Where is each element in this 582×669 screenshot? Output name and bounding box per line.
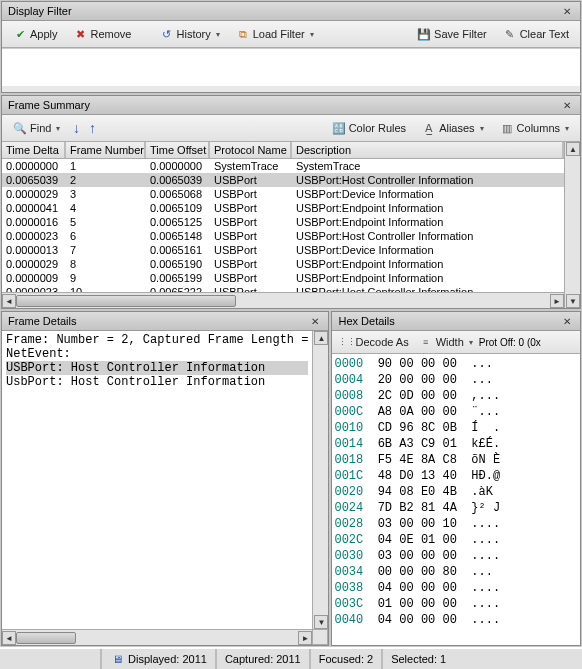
status-displayed: 🖥 Displayed: 2011 [100,649,215,669]
history-button[interactable]: ↺ History [153,24,227,44]
table-row[interactable]: 0.000004140.0065109USBPortUSBPort:Endpoi… [2,201,564,215]
clear-text-label: Clear Text [520,28,569,40]
col-time-delta[interactable]: Time Delta [2,142,66,158]
table-row[interactable]: 0.000002980.0065190USBPortUSBPort:Endpoi… [2,257,564,271]
load-filter-icon: ⧉ [236,27,250,41]
status-bar: 🖥 Displayed: 2011 Captured: 2011 Focused… [0,647,582,669]
grid-header: Time Delta Frame Number Time Offset Prot… [2,142,564,159]
scroll-right-icon[interactable]: ► [298,631,312,645]
hex-row[interactable]: 0018 F5 4E 8A C8 õN È [334,452,578,468]
hex-row[interactable]: 003C 01 00 00 00 .... [334,596,578,612]
hex-row[interactable]: 0040 04 00 00 00 .... [334,612,578,628]
captured-label: Captured: 2011 [225,653,301,665]
table-row[interactable]: 0.006503920.0065039USBPortUSBPort:Host C… [2,173,564,187]
scroll-up-icon[interactable]: ▲ [314,331,328,345]
arrow-down-icon[interactable]: ↓ [69,121,83,135]
prot-off-label: Prot Off: 0 (0x [479,337,541,348]
save-filter-label: Save Filter [434,28,487,40]
scroll-left-icon[interactable]: ◄ [2,631,16,645]
detail-line[interactable]: Frame: Number = 2, Captured Frame Length… [6,333,308,347]
find-label: Find [30,122,51,134]
col-time-offset[interactable]: Time Offset [146,142,210,158]
clear-text-button[interactable]: ✎ Clear Text [496,24,576,44]
table-row[interactable]: 0.000002360.0065148USBPortUSBPort:Host C… [2,229,564,243]
table-row[interactable]: 0.000001650.0065125USBPortUSBPort:Endpoi… [2,215,564,229]
hex-row[interactable]: 0034 00 00 00 80 ... [334,564,578,580]
apply-button[interactable]: ✔ Apply [6,24,65,44]
scroll-down-icon[interactable]: ▼ [314,615,328,629]
table-row[interactable]: 0.000002930.0065068USBPortUSBPort:Device… [2,187,564,201]
selected-label: Selected: 1 [391,653,446,665]
scroll-thumb[interactable] [16,632,76,644]
decode-as-label: Decode As [355,336,408,348]
frame-details-body[interactable]: Frame: Number = 2, Captured Frame Length… [2,331,312,629]
close-icon[interactable]: ✕ [308,314,322,328]
hex-row[interactable]: 0010 CD 96 8C 0B Í . [334,420,578,436]
hex-row[interactable]: 002C 04 0E 01 00 .... [334,532,578,548]
find-button[interactable]: 🔍 Find [6,118,67,138]
close-icon[interactable]: ✕ [560,314,574,328]
col-description[interactable]: Description [292,142,564,158]
columns-label: Columns [517,122,560,134]
scroll-corner [312,629,328,645]
hex-row[interactable]: 000C A8 0A 00 00 ¨... [334,404,578,420]
close-icon[interactable]: ✕ [560,98,574,112]
width-button[interactable]: ≡ Width [415,333,477,351]
frame-summary-header: Frame Summary ✕ [2,96,580,115]
col-frame-number[interactable]: Frame Number [66,142,146,158]
table-row[interactable]: 0.000000010.0000000SystemTraceSystemTrac… [2,159,564,173]
color-rules-button[interactable]: 🔠 Color Rules [325,118,413,138]
filter-textarea[interactable] [2,48,580,86]
hex-row[interactable]: 0004 20 00 00 00 ... [334,372,578,388]
hex-row[interactable]: 0020 94 08 E0 4B .àK [334,484,578,500]
summary-vscroll[interactable]: ▲ ▼ [564,142,580,308]
hex-row[interactable]: 0008 2C 0D 00 00 ,... [334,388,578,404]
scroll-up-icon[interactable]: ▲ [566,142,580,156]
status-focused: Focused: 2 [309,649,381,669]
display-filter-toolbar: ✔ Apply ✖ Remove ↺ History ⧉ Load Filter… [2,21,580,48]
save-filter-button[interactable]: 💾 Save Filter [410,24,494,44]
col-protocol-name[interactable]: Protocol Name [210,142,292,158]
status-captured: Captured: 2011 [215,649,309,669]
width-icon: ≡ [419,335,433,349]
arrow-up-icon[interactable]: ↑ [85,121,99,135]
close-icon[interactable]: ✕ [560,4,574,18]
columns-icon: ▥ [500,121,514,135]
status-selected: Selected: 1 [381,649,454,669]
details-vscroll[interactable]: ▲ ▼ [312,331,328,629]
hex-row[interactable]: 0030 03 00 00 00 .... [334,548,578,564]
color-icon: 🔠 [332,121,346,135]
scroll-down-icon[interactable]: ▼ [566,294,580,308]
focused-label: Focused: 2 [319,653,373,665]
scroll-left-icon[interactable]: ◄ [2,294,16,308]
hex-row[interactable]: 0024 7D B2 81 4A }² J [334,500,578,516]
frame-summary-title: Frame Summary [8,99,560,111]
aliases-button[interactable]: A̲ Aliases [415,118,490,138]
hex-row[interactable]: 0014 6B A3 C9 01 k£É. [334,436,578,452]
hex-row[interactable]: 0038 04 00 00 00 .... [334,580,578,596]
history-label: History [177,28,211,40]
display-filter-header: Display Filter ✕ [2,2,580,21]
remove-label: Remove [91,28,132,40]
width-label: Width [436,336,464,348]
summary-hscroll[interactable]: ◄ ► [2,292,564,308]
decode-as-button[interactable]: ⋮⋮ Decode As [334,333,412,351]
detail-line[interactable]: USBPort: Host Controller Information [6,361,308,375]
detail-line[interactable]: NetEvent: [6,347,308,361]
hex-row[interactable]: 001C 48 D0 13 40 HÐ.@ [334,468,578,484]
table-row[interactable]: 0.0000023100.0065222USBPortUSBPort:Host … [2,285,564,292]
scroll-thumb[interactable] [16,295,236,307]
hex-body[interactable]: 0000 90 00 00 00 ...0004 20 00 00 00 ...… [332,354,580,645]
table-row[interactable]: 0.000001370.0065161USBPortUSBPort:Device… [2,243,564,257]
hex-row[interactable]: 0000 90 00 00 00 ... [334,356,578,372]
hex-row[interactable]: 0028 03 00 00 10 .... [334,516,578,532]
details-hscroll[interactable]: ◄ ► [2,629,312,645]
apply-label: Apply [30,28,58,40]
detail-line[interactable]: UsbPort: Host Controller Information [6,375,308,389]
frame-details-header: Frame Details ✕ [2,312,328,331]
scroll-right-icon[interactable]: ► [550,294,564,308]
columns-button[interactable]: ▥ Columns [493,118,576,138]
remove-button[interactable]: ✖ Remove [67,24,139,44]
table-row[interactable]: 0.000000990.0065199USBPortUSBPort:Endpoi… [2,271,564,285]
load-filter-button[interactable]: ⧉ Load Filter [229,24,321,44]
